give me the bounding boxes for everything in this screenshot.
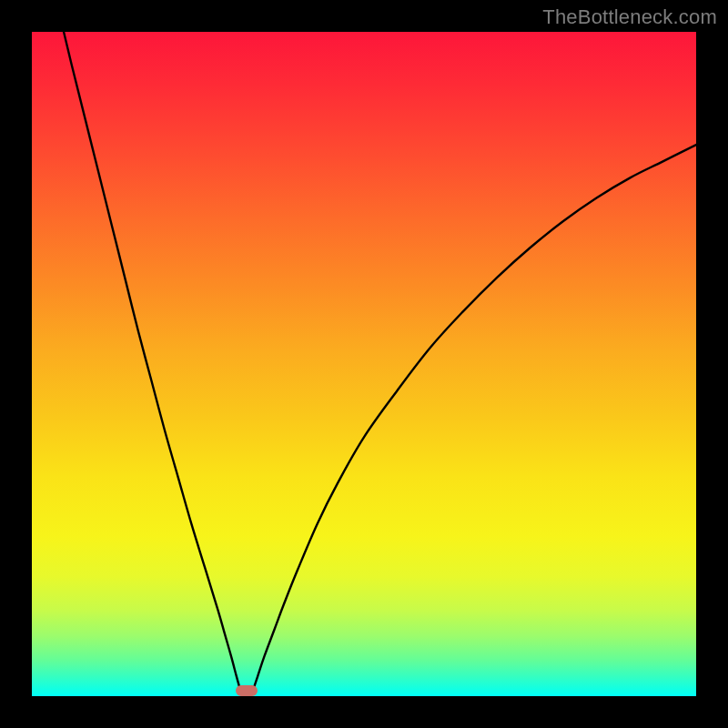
curve-right-branch — [254, 145, 696, 688]
bottleneck-curve — [32, 32, 696, 696]
optimum-marker — [236, 685, 258, 696]
chart-frame: TheBottleneck.com — [0, 0, 728, 728]
curve-left-branch — [64, 32, 239, 688]
watermark-text: TheBottleneck.com — [542, 5, 717, 29]
plot-area — [32, 32, 696, 696]
